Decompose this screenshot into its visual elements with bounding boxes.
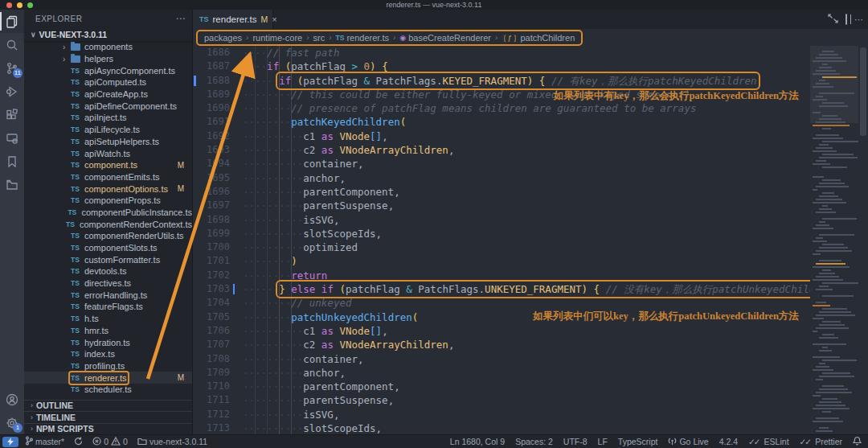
status-eol[interactable]: LF: [598, 437, 608, 446]
git-branch-item[interactable]: master*: [25, 436, 64, 447]
code-line-1687[interactable]: 1687····if (patchFlag > 0) {: [193, 60, 810, 73]
file-item-apiLifecycle-ts[interactable]: TSapiLifecycle.ts: [24, 124, 192, 136]
file-item-renderer-ts[interactable]: TSrenderer.tsM: [24, 372, 192, 384]
explorer-more-actions-icon[interactable]: ⋯: [176, 13, 186, 24]
more-actions-icon[interactable]: ⋯: [854, 14, 863, 25]
accounts-icon[interactable]: [0, 388, 24, 411]
breadcrumb-item-baseCreateRenderer[interactable]: ◉baseCreateRenderer: [399, 33, 491, 43]
file-item-apiInject-ts[interactable]: TSapiInject.ts: [24, 112, 192, 124]
settings-gear-icon[interactable]: 1: [0, 411, 24, 434]
explorer-icon[interactable]: [0, 10, 24, 33]
file-item-componentPublicInstance-ts[interactable]: TScomponentPublicInstance.ts: [24, 207, 192, 219]
code-line-1693[interactable]: 1693··········c2 as VNodeArrayChildren,: [193, 143, 810, 157]
notifications-bell-icon[interactable]: [853, 436, 862, 447]
bookmarks-icon[interactable]: [0, 150, 24, 173]
split-editor-icon[interactable]: [845, 14, 847, 24]
code-line-1699[interactable]: 1699··········slotScopeIds,: [193, 227, 810, 240]
code-line-1701[interactable]: 1701········): [193, 254, 810, 268]
code-line-1713[interactable]: 1713··········slotScopeIds,: [193, 421, 810, 434]
code-line-1708[interactable]: 1708··········container,: [193, 352, 810, 366]
file-item-apiComputed-ts[interactable]: TSapiComputed.ts: [24, 76, 192, 88]
vertical-scrollbar[interactable]: [858, 46, 868, 434]
status-indentation[interactable]: Spaces: 2: [515, 437, 553, 446]
file-item-apiDefineComponent-ts[interactable]: TSapiDefineComponent.ts: [24, 100, 192, 112]
code-line-1712[interactable]: 1712··········isSVG,: [193, 408, 810, 421]
status-go-live[interactable]: Go Live: [668, 437, 708, 447]
code-line-1690[interactable]: 1690········// presence of patchFlag mea…: [193, 101, 810, 115]
code-line-1700[interactable]: 1700··········optimized: [193, 240, 810, 254]
file-item-directives-ts[interactable]: TSdirectives.ts: [24, 277, 192, 290]
code-editor[interactable]: 1686····// fast path1687····if (patchFla…: [193, 46, 810, 434]
file-item-apiWatch-ts[interactable]: TSapiWatch.ts: [24, 147, 192, 159]
file-item-components[interactable]: ›components: [24, 41, 192, 53]
file-item-componentOptions-ts[interactable]: TScomponentOptions.tsM: [24, 183, 192, 195]
file-item-componentEmits-ts[interactable]: TScomponentEmits.ts: [24, 171, 192, 183]
file-item-apiSetupHelpers-ts[interactable]: TSapiSetupHelpers.ts: [24, 136, 192, 148]
project-section-header[interactable]: ∨ VUE-NEXT-3.0.11: [24, 27, 192, 41]
open-changes-icon[interactable]: [828, 14, 838, 25]
breadcrumb-item-runtime-core[interactable]: runtime-core: [252, 33, 302, 43]
code-line-1702[interactable]: 1702········return: [193, 269, 810, 282]
code-line-1694[interactable]: 1694··········container,: [193, 157, 810, 171]
panel-outline[interactable]: ›OUTLINE: [24, 400, 192, 412]
breadcrumb-item-src[interactable]: src: [313, 33, 326, 43]
code-line-1698[interactable]: 1698··········isSVG,: [193, 213, 810, 227]
status-language-mode[interactable]: TypeScript: [618, 437, 658, 446]
status-cursor-position[interactable]: Ln 1680, Col 9: [450, 437, 505, 446]
tab-close-icon[interactable]: ×: [272, 14, 276, 24]
file-item-h-ts[interactable]: TSh.ts: [24, 313, 192, 325]
panel-npm-scripts[interactable]: ›NPM SCRIPTS: [24, 423, 192, 435]
file-item-componentProps-ts[interactable]: TScomponentProps.ts: [24, 195, 192, 207]
file-item-devtools-ts[interactable]: TSdevtools.ts: [24, 265, 192, 277]
file-item-errorHandling-ts[interactable]: TSerrorHandling.ts: [24, 289, 192, 301]
minimap[interactable]: [810, 46, 858, 434]
tab-renderer-ts[interactable]: TS renderer.ts M ×: [193, 10, 273, 29]
code-line-1707[interactable]: 1707··········c2 as VNodeArrayChildren,: [193, 338, 810, 351]
code-line-1709[interactable]: 1709··········anchor,: [193, 366, 810, 380]
breadcrumb-item-packages[interactable]: packages: [204, 33, 242, 43]
file-item-scheduler-ts[interactable]: TSscheduler.ts: [24, 384, 192, 396]
project-indicator[interactable]: vue-next-3.0.11: [137, 437, 207, 447]
file-item-apiCreateApp-ts[interactable]: TSapiCreateApp.ts: [24, 88, 192, 101]
status-eslint[interactable]: ✓✓ESLint: [748, 437, 789, 446]
run-debug-icon[interactable]: [0, 80, 24, 103]
code-line-1691[interactable]: 1691········patchKeyedChildren(: [193, 115, 810, 129]
file-item-featureFlags-ts[interactable]: TSfeatureFlags.ts: [24, 301, 192, 313]
scrollbar-thumb[interactable]: [860, 47, 866, 136]
problems-item[interactable]: 0 0: [92, 437, 128, 447]
file-item-componentSlots-ts[interactable]: TScomponentSlots.ts: [24, 242, 192, 254]
sync-changes-item[interactable]: [74, 437, 83, 447]
file-item-componentRenderContext-ts[interactable]: TScomponentRenderContext.ts: [24, 218, 192, 230]
code-line-1692[interactable]: 1692··········c1 as VNode[],: [193, 129, 810, 143]
file-item-customFormatter-ts[interactable]: TScustomFormatter.ts: [24, 253, 192, 265]
status-encoding[interactable]: UTF-8: [563, 437, 588, 446]
extensions-icon[interactable]: [0, 103, 24, 126]
project-manager-icon[interactable]: [0, 173, 24, 196]
code-line-1706[interactable]: 1706··········c1 as VNode[],: [193, 324, 810, 338]
panel-timeline[interactable]: ›TIMELINE: [24, 411, 192, 423]
remote-indicator[interactable]: [2, 437, 18, 447]
file-item-apiAsyncComponent-ts[interactable]: TSapiAsyncComponent.ts: [24, 64, 192, 76]
remote-explorer-icon[interactable]: [0, 126, 24, 150]
source-control-icon[interactable]: 11: [0, 56, 24, 80]
code-line-1710[interactable]: 1710··········parentComponent,: [193, 380, 810, 393]
status-prettier[interactable]: ✓✓Prettier: [800, 437, 842, 446]
code-line-1704[interactable]: 1704········// unkeyed: [193, 296, 810, 310]
code-line-1688[interactable]: 1688······if (patchFlag & PatchFlags.KEY…: [193, 74, 810, 88]
code-line-1695[interactable]: 1695··········anchor,: [193, 171, 810, 185]
breadcrumb-item-renderer-ts[interactable]: TSrenderer.ts: [336, 33, 389, 43]
file-item-profiling-ts[interactable]: TSprofiling.ts: [24, 360, 192, 372]
search-icon[interactable]: [0, 33, 24, 56]
breadcrumb-item-patchChildren[interactable]: ❲ƒ❳patchChildren: [502, 33, 575, 43]
file-item-hydration-ts[interactable]: TShydration.ts: [24, 336, 192, 348]
file-item-index-ts[interactable]: TSindex.ts: [24, 348, 192, 360]
code-line-1711[interactable]: 1711··········parentSuspense,: [193, 393, 810, 407]
code-line-1696[interactable]: 1696··········parentComponent,: [193, 185, 810, 199]
status-version[interactable]: 4.2.4: [719, 437, 738, 446]
code-line-1686[interactable]: 1686····// fast path: [193, 46, 810, 60]
file-item-hmr-ts[interactable]: TShmr.ts: [24, 325, 192, 337]
file-item-helpers[interactable]: ›helpers: [24, 53, 192, 65]
code-line-1703[interactable]: 1703······} else if (patchFlag & PatchFl…: [193, 282, 810, 296]
file-item-component-ts[interactable]: TScomponent.tsM: [24, 159, 192, 171]
file-item-componentRenderUtils-ts[interactable]: TScomponentRenderUtils.ts: [24, 230, 192, 242]
